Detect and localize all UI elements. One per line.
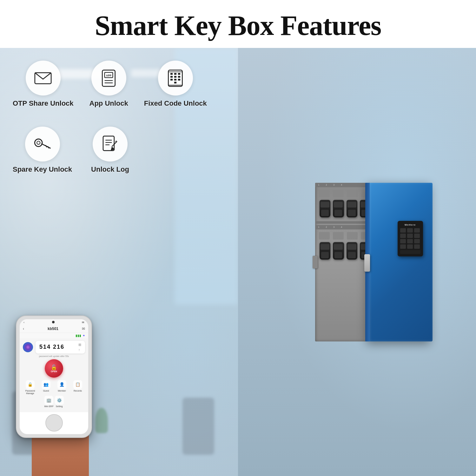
header-section: Smart Key Box Features xyxy=(0,0,476,48)
key-2[interactable] xyxy=(407,228,413,233)
otp-code-display: 514 216 xyxy=(39,344,64,350)
phone-status-bar: ‹ ✉ xyxy=(20,319,88,325)
svg-point-19 xyxy=(35,139,42,147)
door-handle[interactable] xyxy=(364,254,370,272)
key-8[interactable] xyxy=(407,239,413,243)
num-1: 1 xyxy=(318,184,320,186)
feature-spare-key: Spare Key Unlock xyxy=(13,127,72,174)
phone-notch-dot xyxy=(52,321,55,323)
otp-code-box: 514 216 ⊞ ↑ xyxy=(36,341,85,354)
menu-password-manage[interactable]: 🔒 PasswordManage xyxy=(23,380,37,394)
hand-area: ‹ ✉ ‹ kb501 ✉ ▮▮▮ ✦ xyxy=(6,343,111,476)
otp-timer: password will update after 55s xyxy=(23,355,85,357)
app-menu-row1: 🔒 PasswordManage 👥 Guest 👤 Member xyxy=(23,380,85,394)
num-2: 2 xyxy=(326,184,327,186)
svg-rect-11 xyxy=(174,76,176,78)
key-0[interactable] xyxy=(407,244,413,249)
key-holder-7 xyxy=(347,232,358,240)
feature-row-1: OTP Share Unlock APP xyxy=(13,61,225,108)
password-manage-label: PasswordManage xyxy=(25,390,35,394)
records-label: Records xyxy=(74,390,82,392)
menu-setting[interactable]: ⚙️ Setting xyxy=(55,396,64,408)
open-button[interactable]: 🔓 OPEN xyxy=(45,359,63,378)
app-device-name: kb501 xyxy=(48,327,58,331)
num-5: 1 xyxy=(318,226,320,228)
menu-member[interactable]: 👤 Member xyxy=(55,380,69,394)
num-4: 4 xyxy=(341,184,342,186)
content-area: OTP Share Unlock APP xyxy=(0,48,476,476)
feature-row-2: Spare Key Unlock xyxy=(13,127,225,174)
share-icon[interactable]: ↑ xyxy=(78,348,81,352)
key-holder-3 xyxy=(347,190,358,197)
key-5[interactable] xyxy=(407,234,413,238)
app-back-btn[interactable]: ‹ xyxy=(23,327,24,331)
svg-rect-9 xyxy=(178,73,180,75)
copy-icon[interactable]: ⊞ xyxy=(78,343,81,347)
document-pencil-icon xyxy=(101,136,119,153)
mini-erp-icon: 🏢 xyxy=(44,396,53,405)
app-content: 514 216 ⊞ ↑ password will update after 5… xyxy=(20,338,88,412)
key-box: 1 2 3 4 xyxy=(315,183,423,341)
key-7[interactable] xyxy=(400,239,406,243)
unlock-log-label: Unlock Log xyxy=(91,165,129,174)
member-label: Member xyxy=(58,390,66,392)
phone-home-button[interactable] xyxy=(45,414,63,432)
cabinet-door: WeHere xyxy=(369,183,433,341)
svg-line-23 xyxy=(48,146,49,148)
num-3: 3 xyxy=(333,184,334,186)
key-9[interactable] xyxy=(414,239,420,243)
key-1[interactable] xyxy=(400,228,406,233)
key-hash[interactable] xyxy=(414,244,420,249)
num-7: 3 xyxy=(333,226,334,228)
main-container: Smart Key Box Features xyxy=(0,0,476,476)
key-6[interactable] xyxy=(414,234,420,238)
num-8: 4 xyxy=(341,226,342,228)
door-lock-bar xyxy=(313,256,318,268)
key-4[interactable] xyxy=(400,234,406,238)
svg-rect-14 xyxy=(174,79,176,81)
setting-label: Setting xyxy=(56,405,63,408)
key-cabinet: 1 2 3 4 xyxy=(315,183,423,341)
key-holder-1 xyxy=(319,190,330,197)
otp-section: 514 216 ⊞ ↑ xyxy=(23,341,85,354)
setting-icon: ⚙️ xyxy=(55,396,64,405)
app-unlock-icon-circle: APP xyxy=(91,61,126,96)
phone-screen: ‹ ✉ ‹ kb501 ✉ ▮▮▮ ✦ xyxy=(20,319,88,434)
fixed-code-label: Fixed Code Unlock xyxy=(144,99,207,108)
key-fob-6 xyxy=(333,242,344,260)
menu-guest[interactable]: 👥 Guest xyxy=(39,380,53,394)
spare-key-icon-circle xyxy=(25,127,60,162)
records-icon: 📋 xyxy=(73,380,82,389)
mini-erp-label: Mini ERP xyxy=(44,405,53,408)
key-star[interactable] xyxy=(400,244,406,249)
key-fob-3 xyxy=(347,200,358,217)
key-3[interactable] xyxy=(414,228,420,233)
battery-indicator: ▮▮▮ xyxy=(76,334,81,337)
svg-rect-12 xyxy=(178,76,180,78)
otp-action-buttons: ⊞ ↑ xyxy=(78,343,81,352)
svg-rect-8 xyxy=(174,73,176,75)
app-mail-btn[interactable]: ✉ xyxy=(82,327,85,331)
password-manage-icon: 🔒 xyxy=(26,380,35,389)
svg-line-22 xyxy=(46,145,47,147)
unlock-log-icon-circle xyxy=(93,127,128,162)
lock-open-icon: 🔓 xyxy=(51,364,57,370)
menu-records[interactable]: 📋 Records xyxy=(70,380,85,394)
office-chair-2 xyxy=(182,398,214,455)
app-icon: APP xyxy=(100,69,117,87)
feature-fixed-code: Fixed Code Unlock xyxy=(144,61,207,108)
svg-rect-16 xyxy=(174,82,176,83)
svg-rect-13 xyxy=(170,79,173,81)
otp-share-icon-circle xyxy=(26,61,61,96)
keypad-grid xyxy=(400,228,420,249)
keypad-brand-name: WeHere xyxy=(400,223,420,226)
svg-rect-15 xyxy=(178,79,180,81)
app-unlock-label: App Unlock xyxy=(89,99,128,108)
features-area: OTP Share Unlock APP xyxy=(13,61,225,193)
open-button-label: OPEN xyxy=(51,370,57,373)
menu-mini-erp[interactable]: 🏢 Mini ERP xyxy=(44,396,53,408)
feature-otp-share: OTP Share Unlock xyxy=(13,61,74,108)
svg-text:APP: APP xyxy=(106,74,111,77)
back-arrow[interactable]: ‹ xyxy=(23,321,24,324)
num-6: 2 xyxy=(326,226,327,228)
